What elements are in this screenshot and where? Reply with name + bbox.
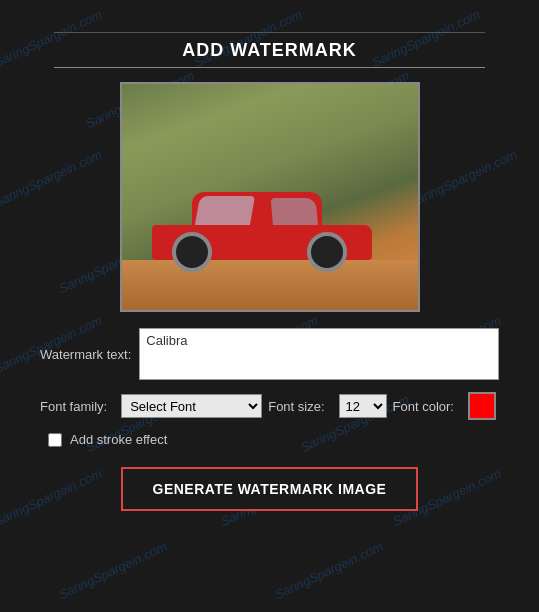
stroke-row: Add stroke effect: [48, 432, 499, 447]
road: [122, 260, 418, 310]
font-family-select[interactable]: Select FontArialTimes New RomanVerdanaGe…: [121, 394, 262, 418]
wheel-front: [307, 232, 347, 272]
car-body: [152, 195, 372, 260]
generate-btn-wrapper: GENERATE WATERMARK IMAGE: [121, 467, 419, 511]
form-area: Watermark text: Font family: Select Font…: [0, 328, 539, 463]
watermark-text-label: Watermark text:: [40, 347, 131, 362]
font-color-label: Font color:: [393, 399, 454, 414]
font-size-label: Font size:: [268, 399, 324, 414]
title-divider: [54, 67, 485, 68]
font-family-label: Font family:: [40, 399, 107, 414]
watermark-text-input[interactable]: [139, 328, 499, 380]
wheel-rear: [172, 232, 212, 272]
stroke-checkbox[interactable]: [48, 433, 62, 447]
font-color-picker[interactable]: [468, 392, 496, 420]
font-size-select[interactable]: 8101214161820242832364872: [339, 394, 387, 418]
stroke-label: Add stroke effect: [70, 432, 167, 447]
watermark-text-row: Watermark text:: [40, 328, 499, 380]
generate-watermark-button[interactable]: GENERATE WATERMARK IMAGE: [121, 467, 419, 511]
page-title: ADD WATERMARK: [182, 40, 357, 61]
car-image-bg: [122, 84, 418, 310]
ruler: [0, 20, 539, 38]
image-preview: [120, 82, 420, 312]
font-options-row: Font family: Select FontArialTimes New R…: [40, 392, 499, 420]
